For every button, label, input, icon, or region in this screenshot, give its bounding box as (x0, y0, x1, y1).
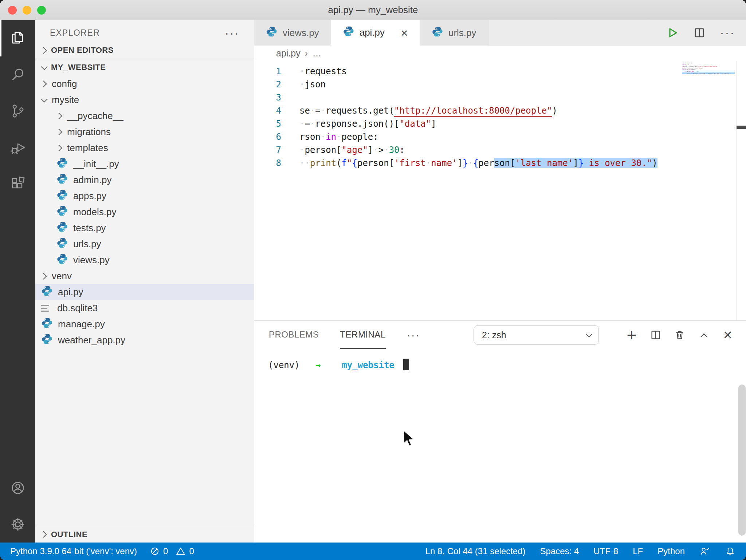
tree-item-label: weather_app.py (58, 335, 125, 346)
status-indentation[interactable]: Spaces: 4 (540, 546, 579, 556)
tree-item--init-py[interactable]: __init__.py (35, 156, 254, 172)
code-line-content: ·=·response.json()["data"] (281, 119, 436, 129)
open-editors-section[interactable]: OPEN EDITORS (35, 42, 254, 59)
tree-item-label: admin.py (73, 174, 112, 186)
breadcrumb-file[interactable]: api.py (276, 48, 301, 59)
explorer-more-actions-icon[interactable]: ··· (225, 29, 239, 36)
panel-maximize-panel-icon[interactable] (696, 328, 711, 342)
status-problems[interactable]: 00 (149, 546, 194, 557)
terminal-shell-select[interactable]: 2: zsh (474, 325, 599, 345)
minimap[interactable]: import requestsimport jsonresponse = req… (682, 62, 735, 74)
panel-split-terminal-icon[interactable] (648, 328, 663, 342)
terminal-scrollbar[interactable] (738, 384, 746, 536)
file-tree: configmysite__pycache__migrationstemplat… (35, 76, 254, 348)
python-icon (56, 157, 68, 169)
activity-search-icon[interactable] (0, 56, 35, 93)
status-eol[interactable]: LF (633, 546, 643, 556)
status-python-interpreter[interactable]: Python 3.9.0 64-bit ('venv': venv) (10, 546, 137, 556)
traffic-lights (8, 0, 46, 20)
panel-kill-terminal-icon[interactable] (672, 328, 687, 342)
status-language-mode[interactable]: Python (657, 546, 685, 556)
tree-item-label: api.py (58, 287, 83, 298)
tree-item-venv[interactable]: venv (35, 268, 254, 284)
code-line: 2·json (254, 78, 746, 91)
python-icon (343, 25, 354, 37)
tree-item-manage-py[interactable]: manage.py (35, 316, 254, 332)
zoom-window-button[interactable] (37, 6, 46, 15)
tree-item-apps-py[interactable]: apps.py (35, 188, 254, 204)
tab-label: api.py (360, 27, 385, 38)
overview-ruler[interactable] (737, 61, 746, 320)
vscode-window: api.py — my_website EXPLORER ··· OPEN ED… (0, 0, 746, 560)
python-icon (56, 205, 68, 217)
tree-item--pycache-[interactable]: __pycache__ (35, 108, 254, 124)
python-file-icon (56, 253, 68, 267)
close-icon[interactable]: × (401, 27, 408, 39)
panel-new-terminal-icon[interactable]: + (624, 328, 639, 342)
editor-group: views.pyapi.py×urls.py··· api.py › … 1·r… (254, 20, 746, 543)
status-bar: Python 3.9.0 64-bit ('venv': venv)00Ln 8… (0, 543, 746, 560)
activity-account-icon[interactable] (0, 470, 35, 506)
terminal-content[interactable]: (venv) → my_website (254, 349, 746, 370)
tree-item-admin-py[interactable]: admin.py (35, 172, 254, 188)
tree-item-weather-app-py[interactable]: weather_app.py (35, 332, 254, 348)
line-number: 7 (254, 143, 281, 157)
terminal-prompt-arrow: → (315, 360, 321, 370)
code-line-content (281, 92, 299, 103)
code-line: 8··print(f"{person['first·name']}·{perso… (254, 157, 746, 170)
python-file-icon (263, 49, 272, 58)
activity-bar (0, 20, 35, 543)
tree-item-models-py[interactable]: models.py (35, 204, 254, 220)
python-icon (56, 237, 68, 249)
breadcrumb-more[interactable]: … (312, 48, 321, 59)
panel-more-actions-icon[interactable]: ··· (407, 332, 420, 338)
tree-item-templates[interactable]: templates (35, 140, 254, 156)
tree-item-db-sqlite3[interactable]: db.sqlite3 (35, 300, 254, 316)
bottom-panel: PROBLEMSTERMINAL ··· 2: zsh +× (venv) → … (254, 320, 746, 543)
tree-item-views-py[interactable]: views.py (35, 252, 254, 268)
python-icon (56, 253, 68, 265)
panel-close-panel-icon[interactable]: × (721, 328, 735, 342)
tree-item-config[interactable]: config (35, 76, 254, 92)
window-title: api.py — my_website (328, 4, 418, 16)
activity-source-control-icon[interactable] (0, 93, 35, 129)
status-feedback[interactable] (699, 546, 710, 557)
editor-more-actions-icon[interactable]: ··· (720, 29, 735, 36)
status-notifications[interactable] (725, 546, 736, 557)
tree-item-api-py[interactable]: api.py (35, 284, 254, 300)
tree-item-label: migrations (67, 126, 111, 138)
tree-item-label: templates (67, 142, 108, 154)
tree-item-mysite[interactable]: mysite (35, 92, 254, 108)
outline-section[interactable]: OUTLINE (35, 526, 254, 543)
code-line: 4se·=·requests.get("http://localhost:800… (254, 104, 746, 117)
tree-item-urls-py[interactable]: urls.py (35, 236, 254, 252)
tree-item-migrations[interactable]: migrations (35, 124, 254, 140)
tab-views-py[interactable]: views.py (254, 20, 331, 46)
activity-extensions-icon[interactable] (0, 166, 35, 202)
activity-settings-icon[interactable] (0, 506, 35, 543)
code-line-content: ··print(f"{person['first·name']}·{person… (281, 158, 657, 168)
tab-urls-py[interactable]: urls.py (420, 20, 488, 46)
code-line-content: ·person["age"]·>·30: (281, 145, 405, 155)
status-encoding[interactable]: UTF-8 (593, 546, 618, 556)
tree-item-tests-py[interactable]: tests.py (35, 220, 254, 236)
tab-api-py[interactable]: api.py× (331, 20, 420, 46)
minimize-window-button[interactable] (23, 6, 31, 15)
chevron-right-icon (55, 113, 62, 119)
split-editor-button[interactable] (693, 26, 706, 39)
terminal-cwd: my_website (342, 360, 394, 370)
panel-tab-problems[interactable]: PROBLEMS (269, 321, 319, 349)
panel-tab-terminal[interactable]: TERMINAL (340, 321, 385, 349)
status-cursor-position[interactable]: Ln 8, Col 44 (31 selected) (425, 546, 526, 556)
close-window-button[interactable] (8, 6, 17, 15)
code-line: 1·requests (254, 65, 746, 78)
code-editor[interactable]: 1·requests2·json34se·=·requests.get("htt… (254, 61, 746, 320)
error-count: 0 (163, 546, 168, 556)
activity-run-debug-icon[interactable] (0, 129, 35, 166)
python-file-icon (432, 26, 448, 40)
tree-item-label: apps.py (73, 190, 106, 202)
chevron-down-icon (41, 63, 47, 70)
run-python-file-button[interactable] (666, 26, 679, 39)
activity-explorer-icon[interactable] (0, 20, 35, 56)
workspace-section[interactable]: MY_WEBSITE (35, 59, 254, 76)
